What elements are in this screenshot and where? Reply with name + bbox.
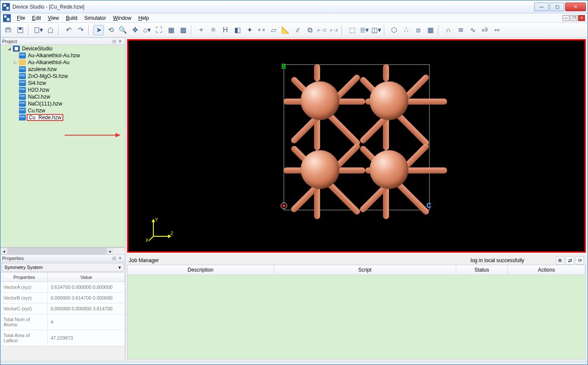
atom[interactable] [370,150,408,189]
h-tool-icon[interactable]: H [220,25,230,35]
undo-icon[interactable]: ↶ [63,25,74,35]
project-panel-float-button[interactable]: ◰ [111,38,117,44]
redo-icon[interactable]: ↷ [75,25,86,35]
scroll-left-icon[interactable]: ◂ [0,248,7,254]
tree-item[interactable]: Cu.hzw [12,107,125,114]
tree-item-label[interactable]: azulene.hzw [27,66,58,72]
zoom-icon[interactable]: 🔍 [118,25,128,35]
equalizer-icon[interactable]: ≋ [455,25,466,35]
box-icon[interactable]: ▱ [268,25,279,35]
tree-item[interactable]: H2O.hzw [12,87,125,93]
tree-item-label[interactable]: H2O.hzw [27,87,50,93]
tree-item[interactable]: ▷Au-Alkanethiol-Au [12,59,125,66]
properties-panel-close-button[interactable]: ✕ [117,255,123,261]
cube-icon[interactable]: ◫▾ [371,25,381,35]
menu-window[interactable]: Window [109,14,135,22]
grid-large-icon[interactable]: ▩ [178,25,188,35]
menu-edit[interactable]: Edit [28,14,44,22]
molecule-icon[interactable]: ⚛ [208,25,218,35]
chart-icon[interactable]: ⫽ [292,25,303,35]
dash-box-icon[interactable]: ⬚ [347,25,357,35]
eraser-icon[interactable]: ◧ [232,25,243,35]
twisty-icon[interactable]: ▷ [12,60,18,65]
job-refresh-button[interactable]: ⟳ [576,256,584,265]
wand-icon[interactable]: ✦ [244,25,255,35]
tree-item[interactable]: ZnO-MgO-Si.hzw [12,73,125,80]
menu-simulator[interactable]: Simulator [81,14,110,22]
lattice-icon[interactable]: ▦ [425,25,436,35]
print-icon[interactable] [3,25,13,35]
scroll-right-icon[interactable]: ▸ [107,248,114,254]
tree-item-label[interactable]: Au-Alkanethiol-Au [27,59,70,65]
grid-small-icon[interactable]: ▦ [166,25,176,35]
pointer-icon[interactable]: ➤ [93,25,104,35]
link-icon[interactable]: ∾ [492,25,502,35]
tree-item[interactable]: NaCl(111).hzw [12,100,125,107]
properties-panel-float-button[interactable]: ◰ [111,255,117,261]
project-tree[interactable]: ◢ DeviceStudio Au-Alkanethiol-Au.hzw▷Au-… [0,45,125,247]
new-doc-icon[interactable]: ▾ [33,25,44,35]
home-icon[interactable]: ⌂▾ [142,25,152,35]
fit-icon[interactable]: ⛶ [154,25,164,35]
viewport-3d[interactable]: B C [127,39,586,253]
save-icon[interactable] [15,25,25,35]
project-panel-close-button[interactable]: ✕ [117,38,123,44]
group-icon[interactable]: ⧉ [305,25,315,35]
tree-horizontal-scrollbar[interactable]: ◂ ▸ [0,247,125,254]
mdi-minimize-button[interactable]: — [563,15,569,21]
tree-root-label[interactable]: DeviceStudio [21,46,53,52]
job-col-status[interactable]: Status [456,265,508,275]
ring-icon[interactable]: ⬡ [389,25,399,35]
tree-item-label[interactable]: Cu_Rede.hzw [27,114,63,121]
headphones-icon[interactable]: ∩ [443,25,454,35]
wave-icon[interactable]: ∿ [467,25,478,35]
atom[interactable] [370,81,408,120]
window-close-button[interactable]: ✕ [565,3,586,11]
cluster-icon[interactable]: ∴ [401,25,411,35]
menu-help[interactable]: Help [135,14,152,22]
status-bar [0,361,588,365]
tree-item-label[interactable]: NaCl(111).hzw [27,101,63,107]
add-icon[interactable]: ＋ [196,25,206,35]
mdi-close-button[interactable]: ✕ [578,15,585,21]
property-row: Total Area of Lattice:47.229873 [1,330,125,346]
open-doc-icon[interactable] [45,25,56,35]
bond-icon[interactable]: ∘∘ [256,25,267,35]
chain-icon[interactable]: ⧈ [413,25,423,35]
menu-build[interactable]: Build [62,14,81,22]
orbit-icon[interactable]: ⟲ [106,25,116,35]
tree-item[interactable]: azulene.hzw [12,66,125,73]
twisty-icon[interactable]: ◢ [6,46,12,51]
tree-item-label[interactable]: Au-Alkanethiol-Au.hzw [27,53,81,59]
layers-icon[interactable]: ≣▾ [359,25,369,35]
scroll-thumb[interactable] [7,248,107,254]
tree-item-label[interactable]: Cu.hzw [27,108,46,114]
properties-selector[interactable]: Symmetry System ▾ [1,263,124,272]
tree-item[interactable]: Si4.hzw [12,80,125,87]
tree-item[interactable]: NaCl.hzw [12,93,125,100]
measure-icon[interactable]: 📐 [280,25,291,35]
tree-item-label[interactable]: NaCl.hzw [27,94,51,100]
property-name: Total Num of Atoms: [1,314,48,330]
menu-view[interactable]: View [44,14,62,22]
tree-item[interactable]: Au-Alkanethiol-Au.hzw [12,52,125,59]
atom[interactable] [301,81,339,120]
xyz-icon[interactable]: x→z [329,25,339,35]
window-minimize-button[interactable]: — [534,3,549,11]
tree-item-label[interactable]: ZnO-MgO-Si.hzw [27,73,69,79]
menu-file[interactable]: File [13,14,28,22]
job-settings-button[interactable]: ⚙ [556,256,564,265]
job-col-script[interactable]: Script [274,265,456,275]
atom[interactable] [301,150,339,189]
abc-icon[interactable]: A→C [317,25,327,35]
tree-root[interactable]: ◢ DeviceStudio [6,45,125,52]
job-col-description[interactable]: Description [128,265,274,275]
job-shuffle-button[interactable]: ⇄ [566,256,574,265]
tree-item[interactable]: Cu_Rede.hzw [12,114,125,121]
pan-icon[interactable]: ✥ [130,25,140,35]
ab-vec-icon[interactable]: ab⃗ [479,25,490,35]
window-maximize-button[interactable]: ▢ [550,3,564,11]
job-col-actions[interactable]: Actions [508,265,585,275]
tree-item-label[interactable]: Si4.hzw [27,80,47,86]
mdi-restore-button[interactable]: ❐ [570,15,577,21]
